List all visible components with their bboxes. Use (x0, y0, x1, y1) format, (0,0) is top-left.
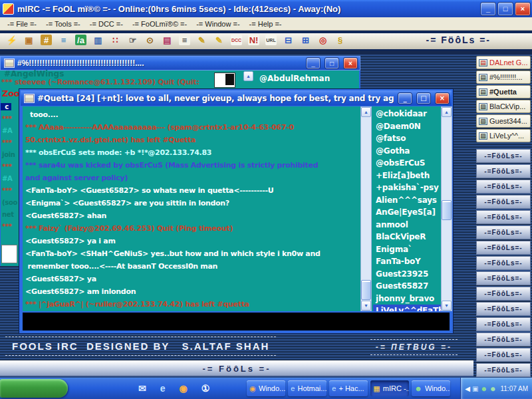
taskbar-button-windows-media[interactable]: ◉Windo... (247, 380, 285, 396)
chat-scrollbar[interactable]: ▲ ▼ (360, 106, 372, 311)
nicklist-scrollbar-thumb[interactable] (442, 200, 452, 220)
nicklist-entry[interactable]: LiVeLy^^dEaTh (373, 305, 441, 311)
taskbar-button-mirc[interactable]: ▦mIRC -... (370, 380, 409, 396)
icon: # (41, 35, 52, 45)
taskbar-button-hack[interactable]: e+ Hac... (329, 380, 368, 396)
nicklist-entry[interactable]: Guest65827 (376, 280, 441, 293)
scroll-up-arrow-icon[interactable]: ▲ (442, 107, 452, 117)
fools-brand-block: -=FöôLs=- (476, 363, 531, 377)
nicklist-entry[interactable]: +Eliz[a]beth (376, 170, 441, 182)
menu-item[interactable]: -= FoOLmï®© =- (129, 19, 190, 29)
nicklist-entry[interactable]: Enigma` (376, 243, 441, 256)
scroll-up-arrow-icon[interactable]: ▲ (361, 107, 371, 117)
variables-editor-icon[interactable]: ✎ (211, 33, 227, 48)
popups-icon[interactable]: ▥ (90, 33, 106, 48)
taskbar-buttons: ◉Windo...eHotmai...e+ Hac...▦mIRC -...☻W… (247, 380, 450, 396)
users-icon[interactable]: ∷ (108, 33, 123, 48)
chat-line: <Guest65827> am inlondon (25, 285, 360, 298)
nicklist-entry[interactable]: @fatso (376, 132, 441, 145)
nicklist-entry[interactable]: @chokidaar (376, 108, 441, 120)
channel-close-button[interactable]: × (435, 92, 450, 104)
quicklaunch-ie-icon[interactable]: e (160, 383, 166, 394)
dcc-icon[interactable]: DCC (229, 33, 244, 48)
background-nicklist-entry[interactable]: @AbdulRehman (259, 74, 330, 83)
options-icon[interactable]: ▣ (21, 33, 37, 48)
notes-icon[interactable]: ≡ (177, 33, 192, 48)
background-channel-window[interactable]: #%!!!!!!!!!!!!!!!!!!!!!!!!!!!!!!!!!!!!!!… (0, 56, 360, 70)
minimize-button[interactable]: _ (480, 2, 496, 16)
notify-list-icon[interactable]: N! (246, 33, 261, 48)
switchbar-button-lively[interactable]: ▨LiVeLy^^... (476, 129, 531, 142)
tray-messenger2-icon[interactable]: ☻ (489, 385, 497, 392)
nicklist-entry[interactable]: jhonny_bravo (376, 293, 441, 305)
menu-item[interactable]: -= DCC =- (86, 19, 126, 29)
scroll-down-arrow-icon[interactable]: ▼ (442, 301, 452, 311)
scroll-down-arrow-icon[interactable]: ▼ (361, 301, 371, 311)
switchbar-button-blackviper[interactable]: ▨BlaCkVip... (476, 100, 531, 113)
start-button[interactable] (0, 379, 68, 398)
close-button[interactable]: × (515, 2, 531, 16)
taskbar-button-hotmail[interactable]: eHotmai... (288, 380, 327, 396)
tray-network-icon[interactable]: ▣ (472, 385, 478, 392)
chat-fragment: join (1, 151, 19, 158)
switchbar-button-dalnet[interactable]: ▤DALnet G... (476, 56, 531, 69)
connect-icon[interactable]: ⚡ (4, 33, 19, 48)
icon: ① (201, 383, 210, 394)
nicklist-entry[interactable]: AnGe|EyeS[a] (376, 206, 441, 219)
icon: DCC (231, 35, 242, 45)
switchbar-button-quetta[interactable]: ▤#Quetta (476, 85, 531, 98)
scroll-up-arrow-icon[interactable]: ▲ (243, 71, 253, 81)
help-icon[interactable]: ◎ (315, 33, 331, 48)
channel-list-icon[interactable]: ≡ (56, 33, 71, 48)
remote-icon[interactable]: ☞ (125, 33, 140, 48)
nicklist-entry[interactable]: @obsErCuS (376, 157, 441, 170)
tray-chevron-icon[interactable]: ◀ (465, 385, 470, 392)
tray-messenger-icon[interactable]: ☻ (480, 385, 487, 392)
nicklist-scrollbar[interactable]: ▲ ▼ (441, 106, 452, 311)
channel-maximize-button[interactable]: □ (416, 92, 431, 104)
aliases-icon[interactable]: /a (73, 33, 88, 48)
quicklaunch-mail-icon[interactable]: ✉ (138, 383, 146, 394)
away-icon[interactable]: § (332, 33, 348, 48)
nicklist-entry[interactable]: BlaCkVipeR (376, 231, 441, 243)
url-list-icon[interactable]: URL (263, 33, 279, 48)
cascade-windows-icon[interactable]: ⊞ (298, 33, 313, 48)
nicklist-entry[interactable]: anmool (376, 219, 441, 231)
background-window-titlebar[interactable]: #%!!!!!!!!!!!!!!!!!!!!!!!!!!!!!!!!!!!!!!… (0, 56, 360, 70)
nicklist-entry[interactable]: Alien^^^says (376, 194, 441, 207)
quicklaunch-app-icon[interactable]: ① (201, 383, 210, 394)
scripts-editor-icon[interactable]: ✎ (194, 33, 209, 48)
bg-minimize-button[interactable]: _ (306, 57, 321, 69)
clock-icon[interactable]: ⊙ (142, 33, 158, 48)
menu-item[interactable]: -= File =- (4, 19, 40, 29)
channel-minimize-button[interactable]: _ (398, 92, 412, 104)
background-input-field[interactable] (1, 245, 17, 263)
nicklist-entry[interactable]: FanTa-boY (376, 255, 441, 268)
nicklist-entry[interactable]: @Daem0N (376, 120, 441, 133)
channels-folder-icon[interactable]: # (39, 33, 54, 48)
chat-scrollbar-thumb[interactable] (361, 280, 371, 300)
menu-item[interactable]: -= Window =- (193, 19, 243, 29)
fools-brand-block: -=FöôLs=- (476, 195, 531, 209)
bg-maximize-button[interactable]: □ (325, 57, 339, 69)
switchbar-button-guest344[interactable]: ▨Guest344... (476, 114, 531, 128)
status-window-icon: ▤ (479, 59, 487, 66)
nicklist-entry[interactable]: Guest23925 (376, 268, 441, 281)
nicklist-entry[interactable]: +pakisha`-psy (376, 182, 441, 194)
quicklaunch-media-player-icon[interactable]: ◉ (180, 383, 188, 394)
address-book-icon[interactable]: ▤ (160, 33, 175, 48)
switchbar-button-percent-channel[interactable]: ▤#%!!!!!!!!... (476, 70, 531, 84)
menu-item[interactable]: -= Tools =- (43, 19, 84, 29)
menu-item[interactable]: -= Help =- (246, 19, 285, 29)
fools-brand-block: -=FöôLs=- (476, 348, 531, 362)
bg-close-button[interactable]: × (343, 57, 358, 69)
icon: N! (248, 35, 259, 45)
color-palette-popup[interactable] (214, 72, 235, 88)
tile-windows-icon[interactable]: ⊟ (281, 33, 296, 48)
channel-titlebar[interactable]: #Quetta [24] [+nt]: love to all, never g… (21, 90, 452, 106)
taskbar-button-messenger[interactable]: ☻Windo... (412, 380, 450, 396)
restore-button[interactable]: □ (497, 2, 513, 16)
nicklist-entry[interactable]: @Gotha (376, 145, 441, 158)
chat-line: and against server policy) (25, 172, 360, 184)
message-input[interactable] (23, 313, 450, 331)
